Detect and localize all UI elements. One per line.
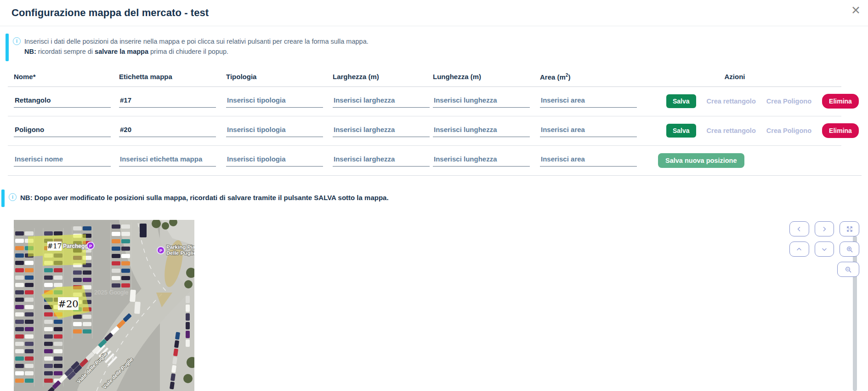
lunghezza-input[interactable] bbox=[433, 125, 530, 137]
positions-table: Nome* Etichetta mappa Tipologia Larghezz… bbox=[8, 67, 841, 175]
zoom-out-icon bbox=[845, 266, 852, 273]
salva-button[interactable]: Salva bbox=[666, 94, 696, 108]
nome-input[interactable] bbox=[14, 125, 111, 137]
salva-button[interactable]: Salva bbox=[666, 124, 696, 138]
zoom-in-icon bbox=[846, 246, 853, 253]
area-input[interactable] bbox=[540, 95, 637, 108]
fullscreen-button[interactable] bbox=[840, 221, 859, 236]
info-icon: i bbox=[9, 193, 17, 201]
chevron-down-icon bbox=[821, 246, 828, 253]
chevron-left-icon bbox=[795, 225, 803, 233]
lunghezza-input[interactable] bbox=[433, 154, 530, 167]
nome-input[interactable] bbox=[14, 154, 111, 167]
header-larghezza: Larghezza (m) bbox=[333, 73, 433, 80]
expand-icon bbox=[846, 225, 853, 233]
note-accent-bar bbox=[6, 34, 9, 61]
header-azioni: Azioni bbox=[656, 73, 841, 80]
pan-right-button[interactable] bbox=[815, 221, 834, 236]
svg-text:Parking Piazzale: Parking Piazzale bbox=[166, 244, 194, 250]
tipologia-input[interactable] bbox=[226, 125, 323, 137]
market-map[interactable]: 2025 Google #17 #20 Parcheggio P P Parki… bbox=[14, 220, 194, 391]
intro-note: i Inserisci i dati delle posizioni da in… bbox=[6, 34, 868, 61]
crea-rettangolo-link[interactable]: Crea rettangolo bbox=[707, 127, 756, 134]
crea-rettangolo-link[interactable]: Crea rettangolo bbox=[707, 98, 756, 105]
parking-marker[interactable]: P bbox=[86, 242, 95, 250]
larghezza-input[interactable] bbox=[333, 154, 430, 167]
header-nome: Nome* bbox=[14, 73, 119, 80]
page-title: Configurazione mappa del mercato - test bbox=[11, 7, 857, 19]
svg-text:#20: #20 bbox=[58, 299, 78, 310]
table-bottom-divider bbox=[8, 175, 862, 176]
chevron-right-icon bbox=[821, 225, 828, 233]
map-attribution: 2025 Google bbox=[94, 289, 128, 296]
info-icon: i bbox=[13, 37, 21, 45]
svg-text:P: P bbox=[89, 244, 92, 248]
note-accent-bar bbox=[1, 190, 5, 207]
table-header-row: Nome* Etichetta mappa Tipologia Larghezz… bbox=[8, 67, 841, 87]
crea-poligono-link[interactable]: Crea Poligono bbox=[766, 98, 811, 105]
chevron-up-icon bbox=[795, 246, 803, 253]
elimina-button[interactable]: Elimina bbox=[822, 123, 859, 138]
map-label-20: #20 bbox=[58, 297, 79, 310]
header-etichetta: Etichetta mappa bbox=[119, 73, 226, 80]
area-input[interactable] bbox=[540, 125, 637, 137]
parking-marker[interactable]: P bbox=[157, 246, 165, 254]
lunghezza-input[interactable] bbox=[433, 95, 530, 108]
pan-left-button[interactable] bbox=[789, 221, 809, 236]
intro-bold: salvare la mappa bbox=[95, 48, 148, 55]
header-tipologia: Tipologia bbox=[226, 73, 333, 80]
modal-header: Configurazione mappa del mercato - test … bbox=[0, 0, 868, 26]
svg-text:P: P bbox=[159, 248, 162, 253]
larghezza-input[interactable] bbox=[333, 125, 430, 137]
etichetta-input[interactable] bbox=[119, 95, 216, 108]
svg-text:Delle Puglie: Delle Puglie bbox=[166, 250, 194, 256]
map-note-text: NB: Dopo aver modificato le posizioni su… bbox=[20, 192, 389, 203]
new-position-row: Salva nuova posizione bbox=[8, 146, 841, 175]
table-row: Salva Crea rettangolo Crea Poligono Elim… bbox=[8, 87, 841, 116]
pan-down-button[interactable] bbox=[815, 242, 834, 257]
zoom-out-button[interactable] bbox=[837, 262, 859, 277]
intro-line1: Inserisci i dati delle posizioni da inse… bbox=[24, 38, 369, 45]
map-poi-label: Parking Piazzale Delle Puglie bbox=[166, 244, 194, 256]
header-lunghezza: Lunghezza (m) bbox=[433, 73, 540, 80]
tipologia-input[interactable] bbox=[226, 154, 323, 167]
elimina-button[interactable]: Elimina bbox=[822, 94, 859, 109]
etichetta-input[interactable] bbox=[119, 154, 216, 167]
map-controls bbox=[789, 221, 859, 282]
tipologia-input[interactable] bbox=[226, 95, 323, 108]
pan-up-button[interactable] bbox=[789, 242, 809, 257]
header-area: Area (m2) bbox=[540, 73, 656, 81]
salva-nuova-posizione-button[interactable]: Salva nuova posizione bbox=[658, 153, 744, 168]
map-note: i NB: Dopo aver modificato le posizioni … bbox=[1, 190, 868, 207]
map-label-17: #17 bbox=[47, 242, 62, 251]
etichetta-input[interactable] bbox=[119, 125, 216, 137]
nome-input[interactable] bbox=[14, 95, 111, 108]
area-input[interactable] bbox=[540, 154, 637, 167]
crea-poligono-link[interactable]: Crea Poligono bbox=[766, 127, 811, 134]
intro-nb: NB: bbox=[24, 48, 36, 55]
table-row: Salva Crea rettangolo Crea Poligono Elim… bbox=[8, 116, 841, 146]
larghezza-input[interactable] bbox=[333, 95, 430, 108]
svg-text:#17: #17 bbox=[47, 242, 62, 250]
close-icon[interactable]: ✕ bbox=[851, 5, 861, 16]
intro-note-text: Inserisci i dati delle posizioni da inse… bbox=[24, 36, 369, 57]
zoom-in-button[interactable] bbox=[840, 242, 859, 257]
